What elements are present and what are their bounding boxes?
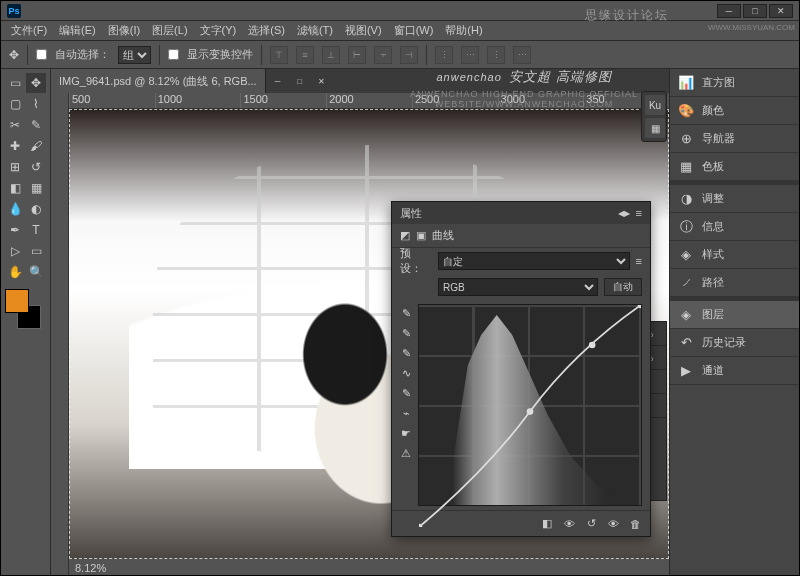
options-bar: ✥ 自动选择： 组 显示变换控件 ⊤ ≡ ⊥ ⊢ ⫟ ⊣ ⋮ ⋯ ⋮ ⋯	[1, 41, 799, 69]
properties-title: 属性	[400, 206, 422, 221]
zoom-tool[interactable]: 🔍	[26, 262, 46, 282]
history-icon: ↶	[678, 335, 694, 350]
tool-palette: ▭✥ ▢⌇ ✂✎ ✚🖌 ⊞↺ ◧▦ 💧◐ ✒T ▷▭ ✋🔍	[1, 69, 51, 576]
stamp-tool[interactable]: ⊞	[5, 157, 25, 177]
status-bar: 8.12%	[69, 559, 669, 576]
curve-smooth-icon[interactable]: ⌁	[396, 404, 416, 422]
auto-select-checkbox[interactable]	[36, 49, 47, 60]
panel-adjustments[interactable]: ◑调整	[670, 185, 799, 213]
mask-icon: ▣	[416, 229, 426, 242]
menu-help[interactable]: 帮助(H)	[439, 21, 488, 40]
panel-info[interactable]: ⓘ信息	[670, 213, 799, 241]
artboard-tool[interactable]: ▭	[5, 73, 25, 93]
palette-icon: 🎨	[678, 103, 694, 118]
curve-edit-icon[interactable]: ∿	[396, 364, 416, 382]
hand-tool[interactable]: ✋	[5, 262, 25, 282]
healing-tool[interactable]: ✚	[5, 136, 25, 156]
align-left-icon[interactable]: ⊢	[348, 46, 366, 64]
channel-select[interactable]: RGB	[438, 278, 598, 296]
foreground-color[interactable]	[5, 289, 29, 313]
preset-select[interactable]: 自定	[438, 252, 630, 270]
adjust-icon: ◑	[678, 191, 694, 206]
dodge-tool[interactable]: ◐	[26, 199, 46, 219]
align-vcenter-icon[interactable]: ≡	[296, 46, 314, 64]
crop-tool[interactable]: ✂	[5, 115, 25, 135]
menubar: 文件(F) 编辑(E) 图像(I) 图层(L) 文字(Y) 选择(S) 滤镜(T…	[1, 21, 799, 41]
menu-type[interactable]: 文字(Y)	[194, 21, 243, 40]
dock-item-2[interactable]: ▦	[645, 118, 665, 138]
menu-file[interactable]: 文件(F)	[5, 21, 53, 40]
menu-select[interactable]: 选择(S)	[242, 21, 291, 40]
menu-filter[interactable]: 滤镜(T)	[291, 21, 339, 40]
hand-adjust-icon[interactable]: ☛	[396, 424, 416, 442]
ps-logo: Ps	[7, 4, 21, 18]
panel-histogram[interactable]: 📊直方图	[670, 69, 799, 97]
marquee-tool[interactable]: ▢	[5, 94, 25, 114]
maximize-button[interactable]: □	[743, 4, 767, 18]
doc-minimize-icon[interactable]: ─	[268, 74, 288, 88]
curves-icon: ◩	[400, 229, 410, 242]
color-swatches[interactable]	[5, 289, 45, 329]
close-button[interactable]: ✕	[769, 4, 793, 18]
gradient-tool[interactable]: ▦	[26, 178, 46, 198]
panel-channels[interactable]: ▶通道	[670, 357, 799, 385]
brush-tool[interactable]: 🖌	[26, 136, 46, 156]
panel-history[interactable]: ↶历史记录	[670, 329, 799, 357]
clip-warning-icon[interactable]: ⚠	[396, 444, 416, 462]
document-title: IMG_9641.psd @ 8.12% (曲线 6, RGB...	[59, 74, 257, 89]
shape-tool[interactable]: ▭	[26, 241, 46, 261]
panel-layers[interactable]: ◈图层	[670, 301, 799, 329]
collapsed-dock: Ku ▦	[641, 91, 667, 142]
compass-icon: ⊕	[678, 131, 694, 146]
menu-edit[interactable]: 编辑(E)	[53, 21, 102, 40]
curves-graph[interactable]	[418, 304, 642, 506]
align-bottom-icon[interactable]: ⊥	[322, 46, 340, 64]
preset-label: 预设：	[400, 246, 432, 276]
menu-layer[interactable]: 图层(L)	[146, 21, 193, 40]
lasso-tool[interactable]: ⌇	[26, 94, 46, 114]
doc-close-icon[interactable]: ✕	[312, 74, 332, 88]
history-brush-tool[interactable]: ↺	[26, 157, 46, 177]
menu-view[interactable]: 视图(V)	[339, 21, 388, 40]
path-select-tool[interactable]: ▷	[5, 241, 25, 261]
show-transform-checkbox[interactable]	[168, 49, 179, 60]
right-panels: 📊直方图 🎨颜色 ⊕导航器 ▦色板 ◑调整 ⓘ信息 ◈样式 ⟋路径 ◈图层 ↶历…	[669, 69, 799, 576]
doc-restore-icon[interactable]: □	[290, 74, 310, 88]
panel-menu-icon[interactable]: ≡	[636, 207, 642, 219]
styles-icon: ◈	[678, 247, 694, 262]
auto-select-target[interactable]: 组	[118, 46, 151, 64]
curve-draw-icon[interactable]: ✎	[396, 384, 416, 402]
blur-tool[interactable]: 💧	[5, 199, 25, 219]
type-tool[interactable]: T	[26, 220, 46, 240]
menu-window[interactable]: 窗口(W)	[388, 21, 440, 40]
auto-button[interactable]: 自动	[604, 278, 642, 296]
swatches-icon: ▦	[678, 159, 694, 174]
svg-point-2	[589, 342, 596, 349]
eyedropper-gray-icon[interactable]: ✎	[396, 324, 416, 342]
document-tab[interactable]: IMG_9641.psd @ 8.12% (曲线 6, RGB...	[51, 69, 266, 93]
layers-icon: ◈	[678, 307, 694, 322]
menu-image[interactable]: 图像(I)	[102, 21, 146, 40]
align-top-icon[interactable]: ⊤	[270, 46, 288, 64]
eyedropper-white-icon[interactable]: ✎	[396, 344, 416, 362]
watermark-url: WWW.MISSYUAN.COM	[708, 23, 795, 32]
eraser-tool[interactable]: ◧	[5, 178, 25, 198]
move-tool[interactable]: ✥	[26, 73, 46, 93]
watermark-text: 思缘设计论坛	[585, 7, 669, 24]
show-transform-label: 显示变换控件	[187, 47, 253, 62]
minimize-button[interactable]: ─	[717, 4, 741, 18]
panel-navigator[interactable]: ⊕导航器	[670, 125, 799, 153]
pen-tool[interactable]: ✒	[5, 220, 25, 240]
panel-color[interactable]: 🎨颜色	[670, 97, 799, 125]
preset-menu-icon[interactable]: ≡	[636, 255, 642, 267]
dock-item-1[interactable]: Ku	[645, 95, 665, 115]
svg-point-1	[527, 408, 534, 415]
panel-swatches[interactable]: ▦色板	[670, 153, 799, 181]
properties-panel: 属性 ◀▶ ≡ ◩ ▣ 曲线 预设： 自定 ≡ RGB 自动 ✎ ✎ ✎ ∿ ✎…	[391, 201, 651, 537]
align-hcenter-icon[interactable]: ⫟	[374, 46, 392, 64]
eyedropper-black-icon[interactable]: ✎	[396, 304, 416, 322]
collapse-icon[interactable]: ◀▶	[618, 209, 630, 218]
eyedropper-tool[interactable]: ✎	[26, 115, 46, 135]
panel-styles[interactable]: ◈样式	[670, 241, 799, 269]
panel-paths[interactable]: ⟋路径	[670, 269, 799, 297]
